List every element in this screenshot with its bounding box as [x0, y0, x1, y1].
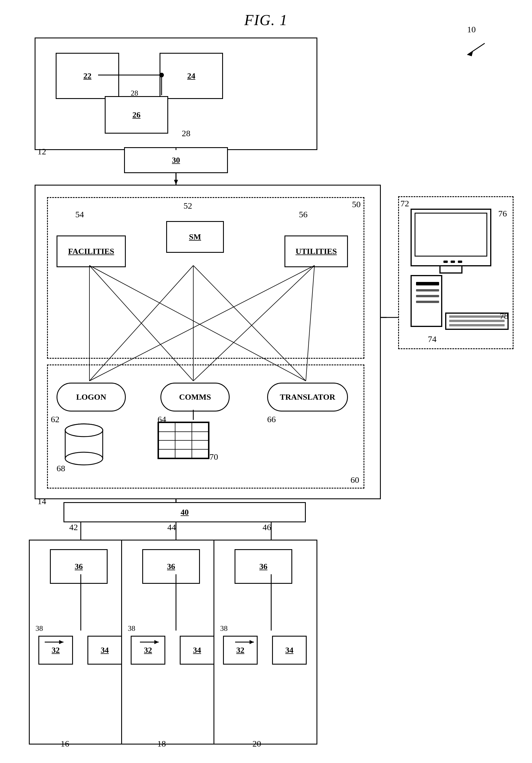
box-36-a: 36 [50, 549, 108, 584]
monitor-76 [410, 209, 491, 273]
box-utilities: UTILITIES [284, 236, 348, 267]
box-32-a: 32 [38, 636, 73, 665]
tower-78 [410, 275, 442, 327]
box-36-b: 36 [142, 549, 200, 584]
box-36-b-label: 36 [167, 562, 175, 571]
ref-74: 74 [428, 334, 437, 344]
ref-54: 54 [75, 209, 84, 219]
box-32-b-label: 32 [144, 646, 152, 655]
box-16: 36 32 34 38 [29, 540, 133, 744]
keyboard-74 [445, 312, 509, 330]
facilities-label: FACILITIES [68, 247, 114, 256]
box-72: 72 76 78 74 [398, 196, 513, 349]
box-40-label: 40 [181, 507, 189, 517]
ref-16: 16 [60, 739, 69, 749]
svg-point-36 [65, 424, 103, 437]
box-24: 24 [160, 53, 223, 99]
svg-marker-1 [468, 51, 473, 56]
comms-label: COMMS [179, 392, 211, 402]
dashed-box-60: LOGON COMMS TRANSLATOR 60 62 64 66 68 [47, 365, 365, 489]
box-34-c: 34 [272, 636, 307, 665]
ref-10: 10 [467, 25, 476, 34]
box-32-b: 32 [131, 636, 165, 665]
ref-38-b: 38 [128, 624, 135, 633]
ref-12: 12 [38, 147, 46, 157]
box-32-a-label: 32 [52, 646, 60, 655]
ref-44: 44 [167, 522, 176, 532]
pill-comms: COMMS [160, 382, 230, 411]
box-36-a-label: 36 [75, 562, 83, 571]
box-14: FACILITIES SM UTILITIES 50 54 52 56 LOGO… [35, 185, 381, 499]
ref-52: 52 [183, 201, 192, 211]
box-34-b: 34 [180, 636, 214, 665]
ref-60: 60 [351, 475, 359, 485]
box-36-c: 36 [235, 549, 292, 584]
box-34-a-label: 34 [101, 646, 109, 655]
pill-logon: LOGON [56, 382, 126, 411]
box-36-c-label: 36 [260, 562, 267, 571]
ref-46: 46 [263, 522, 271, 532]
grid-70 [158, 422, 209, 459]
sm-label: SM [189, 232, 201, 242]
ref-78: 78 [500, 311, 508, 321]
box-30-label: 30 [172, 156, 180, 165]
box-26-label: 26 [133, 110, 141, 120]
box-26: 26 [105, 96, 168, 134]
svg-line-0 [468, 43, 485, 55]
box-22-label: 22 [83, 71, 91, 80]
cylinder-68 [62, 422, 106, 468]
box-22: 22 [56, 53, 119, 99]
box-34-a: 34 [87, 636, 122, 665]
box-facilities: FACILITIES [56, 236, 126, 267]
ref-76: 76 [498, 209, 507, 218]
dashed-box-50: FACILITIES SM UTILITIES 50 54 52 56 [47, 197, 365, 359]
ref-42: 42 [69, 522, 78, 532]
ref-38-c: 38 [220, 624, 228, 633]
ref-38-a: 38 [36, 624, 43, 633]
svg-point-35 [65, 452, 103, 465]
ref-18: 18 [157, 739, 166, 749]
figure-title: FIG. 1 [244, 12, 288, 29]
box-sm: SM [166, 221, 224, 253]
ref-20: 20 [253, 739, 261, 749]
utilities-label: UTILITIES [295, 247, 337, 256]
ref-56: 56 [299, 209, 308, 219]
ref-28-inner: 28 [131, 89, 138, 98]
box-32-c: 32 [223, 636, 258, 665]
box-30: 30 [124, 147, 228, 173]
ref-50: 50 [352, 199, 361, 209]
pill-translator: TRANSLATOR [267, 382, 348, 411]
box-12: 22 24 26 28 [35, 38, 317, 150]
box-32-c-label: 32 [236, 646, 244, 655]
ref-28-outer: 28 [182, 128, 190, 138]
ref-66: 66 [267, 414, 276, 424]
svg-marker-58 [174, 180, 178, 185]
ref-72: 72 [400, 198, 409, 208]
logon-label: LOGON [76, 392, 106, 402]
ref-68: 68 [56, 464, 65, 473]
box-18: 36 32 34 38 [121, 540, 225, 744]
box-20: 36 32 34 38 [213, 540, 317, 744]
ref-70: 70 [209, 452, 218, 462]
diagram: FIG. 1 10 22 24 26 28 12 28 30 FACILITIE… [0, 0, 532, 763]
ref-62: 62 [51, 414, 59, 424]
box-34-b-label: 34 [193, 646, 201, 655]
translator-label: TRANSLATOR [280, 392, 335, 402]
box-24-label: 24 [187, 71, 195, 80]
ref-14: 14 [38, 496, 46, 506]
box-34-c-label: 34 [285, 646, 293, 655]
box-40: 40 [63, 502, 306, 522]
